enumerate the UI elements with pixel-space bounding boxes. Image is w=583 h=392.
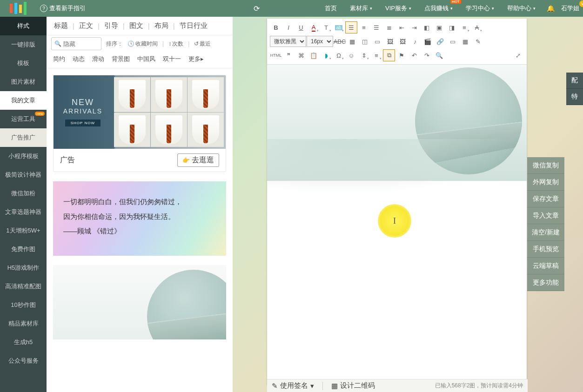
tab-imgtext[interactable]: 图文: [127, 21, 145, 30]
video-button[interactable]: 🎬: [422, 35, 434, 47]
sidebar-item-11[interactable]: 1天增粉5W+: [0, 221, 47, 240]
cat-dynamic[interactable]: 动态: [73, 55, 85, 63]
style-dropdown-button[interactable]: ≡▾: [458, 21, 470, 33]
sidebar-item-4[interactable]: 我的文章: [0, 91, 47, 110]
sort-by-count[interactable]: ↕ 次数: [168, 40, 183, 48]
clear-format-button[interactable]: A▾: [471, 21, 483, 33]
search-box[interactable]: 🔍: [51, 37, 101, 50]
action-2[interactable]: 保存文章: [527, 191, 564, 207]
sidebar-item-14[interactable]: 高清精准配图: [0, 277, 47, 296]
highlight-button[interactable]: ab▾: [333, 21, 345, 33]
image-button[interactable]: 🖼: [384, 35, 396, 47]
action-4[interactable]: 清空/新建: [527, 224, 564, 241]
action-3[interactable]: 导入文章: [527, 207, 564, 224]
sidebar-item-16[interactable]: 精品素材库: [0, 314, 47, 333]
search-button[interactable]: 🔍: [433, 49, 445, 61]
rtab-color[interactable]: 配: [566, 73, 583, 89]
cat-1111[interactable]: 双十一: [163, 55, 181, 63]
italic-button[interactable]: I: [282, 21, 295, 33]
tab-layout[interactable]: 布局: [153, 21, 170, 30]
underline-button[interactable]: U: [295, 21, 307, 33]
go-shop-button[interactable]: 👉 去逛逛: [177, 153, 219, 167]
strikethrough-button[interactable]: ABC: [334, 35, 346, 47]
nav-earn[interactable]: 点我赚钱HOT: [424, 4, 453, 13]
sidebar-item-1[interactable]: 一键排版: [0, 35, 47, 54]
ad-card[interactable]: NEW ARRIVALS SHOP NOW 广告 👉 去逛逛: [53, 75, 226, 172]
tab-body[interactable]: 正文: [77, 21, 95, 30]
sidebar-item-17[interactable]: 生成h5: [0, 333, 47, 352]
action-0[interactable]: 微信复制: [527, 157, 564, 174]
tab-title[interactable]: 标题: [52, 21, 70, 30]
sidebar-item-8[interactable]: 极简设计神器: [0, 166, 47, 184]
use-signature-button[interactable]: ✎ 使用签名 ▾: [272, 381, 314, 390]
user-name[interactable]: 石学姐V: [561, 4, 579, 13]
sidebar-item-18[interactable]: 公众号服务: [0, 352, 47, 370]
action-6[interactable]: 云端草稿: [527, 258, 564, 274]
align-center-button[interactable]: ≡: [358, 21, 370, 33]
align-left-button[interactable]: ☰: [345, 21, 357, 33]
action-5[interactable]: 手机预览: [527, 241, 564, 258]
align-right-button[interactable]: ☰: [370, 21, 382, 33]
shape-button[interactable]: ◗▾: [320, 49, 332, 61]
align-justify-button[interactable]: ≣: [383, 21, 395, 33]
float-none-button[interactable]: ▣: [433, 21, 445, 33]
rtab-effect[interactable]: 特: [566, 89, 583, 105]
quote-template[interactable]: 一切都明明白白，但我们仍匆匆错过， 因为你相信命运，因为我怀疑生活。 ——顾城 …: [53, 181, 226, 256]
audio-button[interactable]: ♪: [409, 35, 421, 47]
card-button[interactable]: ▭: [447, 35, 459, 47]
tab-guide[interactable]: 引导: [102, 21, 120, 30]
float-right-button[interactable]: ◨: [446, 21, 458, 33]
html-button[interactable]: HTML: [270, 49, 282, 61]
quote-button[interactable]: ❞: [282, 49, 295, 61]
emoji-button[interactable]: ☺: [345, 49, 357, 61]
logo[interactable]: [4, 1, 36, 16]
panel-body[interactable]: NEW ARRIVALS SHOP NOW 广告 👉 去逛逛 一切都明明白白，但…: [47, 68, 233, 392]
bridge-template[interactable]: [53, 265, 226, 339]
code-button[interactable]: ⌘: [295, 49, 307, 61]
cat-simple[interactable]: 简约: [53, 55, 65, 63]
paste-button[interactable]: 📋: [308, 49, 320, 61]
sidebar-item-0[interactable]: 样式: [0, 17, 47, 35]
table-button[interactable]: ▦: [459, 35, 471, 47]
border-button[interactable]: ▭: [371, 35, 383, 47]
link-button[interactable]: 🔗: [434, 35, 446, 47]
cat-slide[interactable]: 滑动: [92, 55, 104, 63]
sidebar-item-3[interactable]: 图片素材: [0, 73, 47, 91]
eyedropper-button[interactable]: ✎: [472, 35, 484, 47]
omega-button[interactable]: Ω▾: [333, 49, 345, 61]
undo-button[interactable]: ↶: [408, 49, 420, 61]
sidebar-item-12[interactable]: 免费作图: [0, 240, 47, 259]
sidebar-item-13[interactable]: H5游戏制作: [0, 259, 47, 277]
tab-festival[interactable]: 节日行业: [178, 21, 209, 30]
sidebar-item-10[interactable]: 文章选题神器: [0, 203, 47, 221]
list-button[interactable]: ≡▾: [370, 49, 382, 61]
sort-by-recent[interactable]: ↺ 最近: [194, 40, 211, 48]
section-button[interactable]: ▦: [346, 35, 358, 47]
editor-canvas[interactable]: I: [267, 65, 527, 385]
sort-by-time[interactable]: 🕓 收藏时间: [127, 40, 158, 48]
search-input[interactable]: [63, 40, 96, 47]
sidebar-item-2[interactable]: 模板: [0, 54, 47, 73]
design-qr-button[interactable]: ▦ 设计二维码: [331, 381, 375, 390]
font-color-button[interactable]: A▾: [308, 21, 320, 33]
float-left-button[interactable]: ◧: [421, 21, 433, 33]
action-7[interactable]: 更多功能: [527, 274, 564, 291]
sidebar-item-5[interactable]: 运营工具new: [0, 110, 47, 128]
font-family-select[interactable]: 微软雅黑: [270, 36, 306, 47]
font-size-select[interactable]: 16px: [307, 36, 333, 47]
cat-chinese[interactable]: 中国风: [137, 55, 155, 63]
sidebar-item-6[interactable]: 广告推广: [0, 128, 47, 147]
nav-learn[interactable]: 学习中心: [466, 4, 494, 13]
text-style-button[interactable]: T▾: [320, 21, 332, 33]
cat-more[interactable]: 更多▸: [188, 55, 204, 63]
sidebar-item-15[interactable]: 10秒作图: [0, 296, 47, 314]
indent-button[interactable]: ⇥: [408, 21, 420, 33]
expand-button[interactable]: ⤢: [512, 49, 524, 61]
bold-button[interactable]: B: [270, 21, 282, 33]
nav-help[interactable]: 帮助中心: [507, 4, 536, 13]
sidebar-item-7[interactable]: 小程序模板: [0, 147, 47, 166]
flag-button[interactable]: ⚑: [395, 49, 408, 61]
cat-bg[interactable]: 背景图: [112, 55, 130, 63]
split-button[interactable]: ◫: [359, 35, 371, 47]
redo-button[interactable]: ↷: [421, 49, 433, 61]
